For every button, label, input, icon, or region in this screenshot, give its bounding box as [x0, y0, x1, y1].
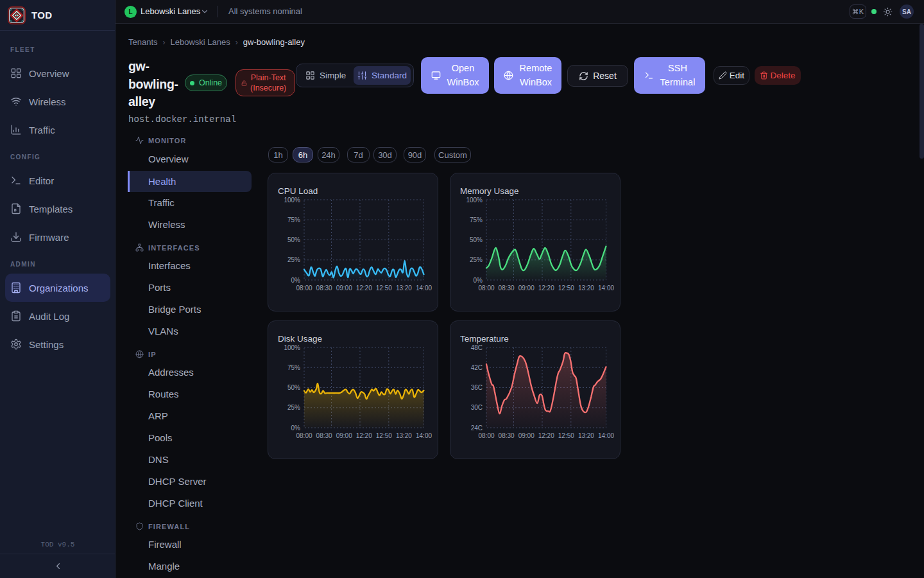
svg-text:08:00: 08:00 — [478, 432, 494, 439]
svg-text:50%: 50% — [287, 236, 300, 243]
svg-text:25%: 25% — [470, 256, 483, 263]
svg-text:100%: 100% — [284, 344, 300, 351]
svg-text:12:50: 12:50 — [558, 432, 574, 439]
svg-text:Temperature: Temperature — [460, 334, 509, 344]
svg-text:09:00: 09:00 — [518, 432, 535, 439]
svg-text:12:20: 12:20 — [538, 432, 554, 439]
svg-text:13:20: 13:20 — [578, 432, 594, 439]
svg-text:12:50: 12:50 — [376, 285, 392, 292]
svg-text:Memory Usage: Memory Usage — [460, 186, 519, 196]
svg-text:08:00: 08:00 — [296, 432, 312, 439]
svg-text:14:00: 14:00 — [598, 432, 614, 439]
svg-text:Disk Usage: Disk Usage — [278, 334, 322, 344]
svg-text:09:00: 09:00 — [336, 432, 352, 439]
svg-text:25%: 25% — [287, 404, 300, 411]
svg-text:0%: 0% — [291, 277, 301, 284]
svg-text:36C: 36C — [471, 384, 483, 391]
svg-text:100%: 100% — [466, 197, 483, 204]
svg-text:08:30: 08:30 — [316, 432, 332, 439]
svg-text:13:20: 13:20 — [578, 285, 594, 292]
svg-text:12:50: 12:50 — [558, 285, 574, 292]
svg-text:12:20: 12:20 — [538, 285, 554, 292]
svg-text:75%: 75% — [470, 216, 483, 223]
svg-text:30C: 30C — [471, 404, 483, 411]
svg-text:50%: 50% — [470, 236, 483, 243]
svg-text:75%: 75% — [287, 364, 300, 371]
svg-text:14:00: 14:00 — [598, 285, 614, 292]
svg-text:08:30: 08:30 — [499, 285, 515, 292]
svg-text:50%: 50% — [287, 384, 300, 391]
svg-text:08:30: 08:30 — [499, 432, 515, 439]
svg-text:09:00: 09:00 — [336, 285, 352, 292]
svg-text:12:20: 12:20 — [356, 285, 372, 292]
svg-text:12:50: 12:50 — [376, 432, 392, 439]
svg-text:14:00: 14:00 — [416, 285, 432, 292]
svg-text:0%: 0% — [291, 425, 301, 432]
svg-text:09:00: 09:00 — [518, 285, 535, 292]
svg-text:08:00: 08:00 — [296, 285, 312, 292]
svg-text:CPU Load: CPU Load — [278, 186, 318, 196]
svg-text:42C: 42C — [471, 364, 483, 371]
svg-text:08:00: 08:00 — [478, 285, 494, 292]
svg-text:08:30: 08:30 — [316, 285, 332, 292]
svg-text:13:20: 13:20 — [396, 285, 412, 292]
svg-text:100%: 100% — [284, 197, 300, 204]
svg-text:14:00: 14:00 — [416, 432, 432, 439]
svg-text:75%: 75% — [287, 216, 300, 223]
svg-text:12:20: 12:20 — [356, 432, 372, 439]
svg-text:0%: 0% — [474, 277, 483, 284]
svg-text:24C: 24C — [471, 425, 483, 432]
svg-text:25%: 25% — [287, 256, 300, 263]
svg-text:48C: 48C — [471, 344, 483, 351]
svg-text:13:20: 13:20 — [396, 432, 412, 439]
